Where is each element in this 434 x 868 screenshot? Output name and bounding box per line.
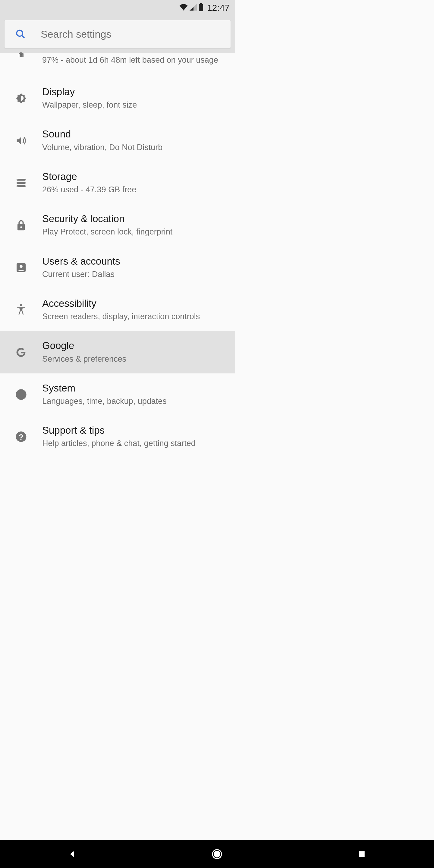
search-settings[interactable]: Search settings (4, 20, 231, 48)
svg-point-16 (20, 265, 23, 268)
settings-row-subtitle: Languages, time, backup, updates (42, 396, 228, 407)
google-icon (0, 346, 42, 358)
settings-row-storage[interactable]: Storage26% used - 47.39 GB free (0, 162, 235, 204)
settings-row-subtitle: Services & preferences (42, 353, 228, 365)
svg-point-2 (17, 30, 23, 36)
search-placeholder: Search settings (41, 28, 111, 40)
help-icon: ? (0, 431, 42, 442)
settings-row-subtitle: Screen readers, display, interaction con… (42, 311, 228, 322)
svg-text:?: ? (19, 433, 23, 441)
settings-row-title: Accessibility (42, 297, 228, 310)
settings-row-sound[interactable]: SoundVolume, vibration, Do Not Disturb (0, 119, 235, 161)
accessibility-icon (0, 304, 42, 316)
settings-row-title: Google (42, 339, 228, 352)
settings-row-security[interactable]: Security & locationPlay Protect, screen … (0, 204, 235, 246)
settings-row-users[interactable]: Users & accountsCurrent user: Dallas (0, 247, 235, 289)
wifi-icon (179, 4, 188, 12)
settings-row-subtitle: Play Protect, screen lock, fingerprint (42, 226, 228, 238)
search-region: Search settings (0, 16, 235, 53)
settings-row-accessibility[interactable]: AccessibilityScreen readers, display, in… (0, 289, 235, 331)
settings-row-subtitle: Current user: Dallas (42, 269, 228, 280)
settings-list: 97% - about 1d 6h 48m left based on your… (0, 53, 235, 458)
settings-row-subtitle: 26% used - 47.39 GB free (42, 184, 228, 195)
settings-row-title: Support & tips (42, 424, 228, 436)
svg-rect-0 (200, 3, 202, 4)
settings-row-title: Users & accounts (42, 255, 228, 267)
settings-row-title: Security & location (42, 213, 228, 225)
search-icon (16, 29, 26, 39)
cell-signal-icon (190, 4, 197, 12)
volume-icon (0, 135, 42, 147)
settings-row-system[interactable]: SystemLanguages, time, backup, updates (0, 373, 235, 415)
svg-point-11 (18, 182, 19, 183)
svg-point-12 (18, 186, 19, 187)
storage-icon (0, 178, 42, 188)
settings-row-subtitle: Help articles, phone & chat, getting sta… (42, 438, 228, 450)
status-bar: 12:47 (0, 0, 235, 16)
settings-row-title: Display (42, 86, 228, 98)
settings-row-title: System (42, 382, 228, 394)
lock-icon (0, 219, 42, 231)
svg-point-10 (18, 179, 19, 180)
svg-rect-1 (199, 4, 203, 11)
settings-row-subtitle: Volume, vibration, Do Not Disturb (42, 142, 228, 153)
svg-rect-6 (20, 53, 22, 53)
settings-row-subtitle: Wallpaper, sleep, font size (42, 99, 228, 111)
account-icon (0, 262, 42, 273)
info-icon (0, 389, 42, 400)
settings-row-title: Storage (42, 170, 228, 183)
svg-rect-5 (20, 54, 23, 57)
brightness-icon (0, 92, 42, 104)
settings-row-support[interactable]: ?Support & tipsHelp articles, phone & ch… (0, 415, 235, 458)
battery-status-icon (198, 3, 204, 12)
clock-text: 12:47 (207, 3, 230, 13)
svg-point-17 (20, 304, 22, 306)
settings-row-battery[interactable]: 97% - about 1d 6h 48m left based on your… (0, 53, 235, 77)
battery-icon (0, 53, 42, 57)
settings-row-display[interactable]: DisplayWallpaper, sleep, font size (0, 77, 235, 119)
svg-line-3 (22, 35, 24, 38)
settings-row-subtitle: 97% - about 1d 6h 48m left based on your… (42, 54, 228, 66)
settings-row-title: Sound (42, 128, 228, 140)
settings-row-google[interactable]: GoogleServices & preferences (0, 331, 235, 373)
svg-point-14 (20, 226, 22, 228)
